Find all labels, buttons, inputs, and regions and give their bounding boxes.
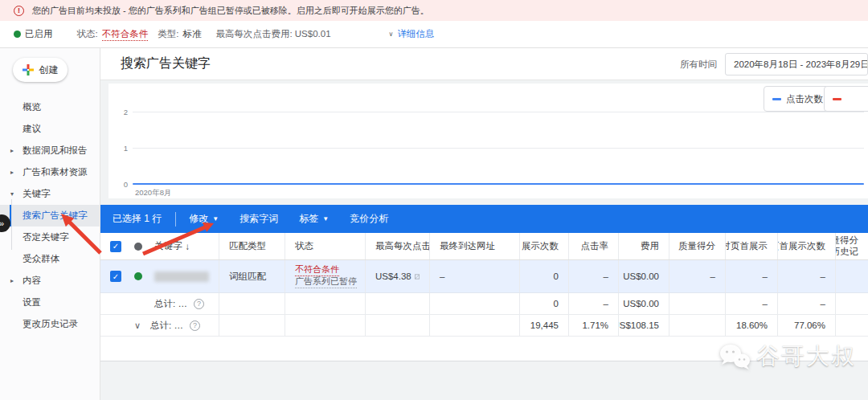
sort-desc-icon: ↓ — [186, 242, 190, 251]
expand-totals-chevron-icon[interactable]: ∨ — [134, 320, 141, 331]
sidebar-item-recommendations[interactable]: 建议 — [0, 118, 100, 140]
sidebar-item-negative-keywords[interactable]: 否定关键字 — [0, 227, 100, 248]
y-axis-tick: 0 — [108, 180, 128, 189]
cell-max-cpc[interactable]: US$4.38 — [366, 260, 430, 292]
cell-final-url: – — [430, 260, 520, 292]
cell-abs-top-impr: – — [726, 260, 778, 292]
watermark: 谷哥大叔 — [718, 341, 856, 373]
chevron-down-icon: ▼ — [322, 215, 329, 222]
cell-keyword: ✓ — [100, 260, 219, 292]
total-label-cell: ∨ 总计: … ? — [100, 315, 219, 336]
enabled-dot-icon — [134, 272, 142, 280]
status-field: 状态: 不符合条件 — [77, 28, 149, 41]
sidebar-item-ads-assets[interactable]: ▸ 广告和素材资源 — [0, 161, 100, 183]
row-checkbox[interactable]: ✓ — [110, 271, 121, 282]
sidebar-item-change-history[interactable]: 更改历史记录 — [0, 313, 100, 335]
status-dot-icon — [134, 243, 142, 251]
metric-selector-second[interactable] — [824, 86, 868, 112]
total-abs-top-impr: – — [726, 293, 778, 314]
details-label: 详细信息 — [397, 28, 434, 40]
warning-text: 您的广告目前均未投放 - 您的广告系列和广告组已暂停或已被移除。启用之后即可开始… — [32, 5, 429, 17]
total-ctr: 1.71% — [569, 315, 619, 336]
header-cost[interactable]: 费用 — [619, 233, 669, 259]
header-quality-score[interactable]: 质量得分 — [669, 233, 726, 259]
type-value: 标准 — [182, 28, 201, 40]
sidebar-item-insights-reports[interactable]: ▸ 数据洞见和报告 — [0, 140, 100, 161]
cell-status: 不符合条件 广告系列已暂停 — [285, 260, 366, 292]
details-link[interactable]: ∨ 详细信息 — [389, 28, 435, 40]
sidebar-item-overview[interactable]: 概览 — [0, 96, 100, 118]
header-top-impr[interactable]: 页首展示次数 — [778, 233, 836, 259]
max-cpc-value: 最高每次点击费用: US$0.01 — [215, 28, 330, 40]
total-cost: US$0.00 — [619, 293, 669, 314]
cell-quality-score: – — [669, 260, 726, 292]
search-terms-button[interactable]: 搜索字词 — [240, 212, 278, 226]
sidebar-item-audiences[interactable]: 受众群体 — [0, 248, 100, 270]
help-icon[interactable]: ? — [194, 299, 204, 309]
total-impressions: 0 — [520, 293, 569, 314]
sidebar-item-search-keywords[interactable]: 搜索广告关键字 — [0, 205, 100, 227]
chevron-down-icon: ∨ — [389, 31, 394, 38]
chevron-right-icon: ▸ — [10, 277, 14, 284]
total-top-impr: – — [778, 293, 836, 314]
warning-icon: ! — [14, 6, 24, 16]
max-cpc-field: 最高每次点击费用: US$0.01 — [215, 28, 330, 40]
header-qs-history[interactable]: 质量得分 (历史记 — [836, 233, 868, 259]
sidebar-item-content[interactable]: ▸ 内容 — [0, 270, 100, 292]
redacted-keyword — [154, 271, 209, 282]
chevron-right-icon: ▸ — [10, 147, 14, 154]
series-color-swatch — [772, 98, 781, 100]
selection-toolbar: 已选择 1 行 修改 ▼ 搜索字词 标签 ▼ 竞价分析 — [100, 205, 868, 233]
auction-insights-button[interactable]: 竞价分析 — [350, 212, 388, 226]
keyword-row-selected[interactable]: ✓ 词组匹配 不符合条件 广告系列已暂停 US$4.38 – — [100, 260, 868, 293]
labels-menu-button[interactable]: 标签 ▼ — [299, 212, 329, 226]
cell-match-type: 词组匹配 — [219, 260, 285, 292]
cell-cost: US$0.00 — [619, 260, 669, 292]
keyword-column-header[interactable]: 关键字 ↓ — [154, 240, 190, 252]
entity-status-bar: 已启用 状态: 不符合条件 类型: 标准 最高每次点击费用: US$0.01 ∨… — [0, 21, 868, 48]
cell-impressions: 0 — [520, 260, 569, 292]
total-label-cell: 总计: … ? — [100, 293, 219, 314]
total-abs-top-impr: 18.60% — [726, 315, 778, 336]
toolbar-divider — [175, 212, 176, 227]
total-ctr: – — [569, 293, 619, 314]
page-title: 搜索广告关键字 — [121, 55, 211, 72]
cell-ctr: – — [569, 260, 619, 292]
header-keyword: ✓ 关键字 ↓ — [100, 233, 219, 259]
create-button[interactable]: 创建 — [13, 58, 68, 82]
header-match-type[interactable]: 匹配类型 — [219, 233, 285, 259]
total-impressions: 19,445 — [520, 315, 569, 336]
edit-menu-button[interactable]: 修改 ▼ — [189, 212, 219, 226]
header-status[interactable]: 状态 — [285, 233, 366, 259]
sidebar-item-keywords[interactable]: ▾ 关键字 — [0, 183, 100, 205]
sidebar-item-settings[interactable]: 设置 — [0, 292, 100, 313]
cell-top-impr: – — [778, 260, 836, 292]
header-abs-top-impr[interactable]: 绝对页首展示 — [726, 233, 778, 259]
enabled-label: 已启用 — [25, 28, 53, 40]
enabled-status: 已启用 — [14, 28, 53, 40]
select-all-checkbox[interactable]: ✓ — [110, 241, 121, 252]
series-color-swatch — [833, 98, 841, 100]
wechat-icon — [718, 342, 751, 371]
date-range-picker[interactable]: 2020年8月18日 - 2023年8月29日 — [725, 53, 868, 76]
enabled-dot-icon — [14, 31, 21, 38]
header-ctr[interactable]: 点击率 — [569, 233, 619, 259]
time-scope-label: 所有时间 — [680, 59, 717, 71]
create-label: 创建 — [39, 63, 59, 77]
status-value[interactable]: 不符合条件 — [102, 28, 149, 41]
y-axis-tick: 1 — [108, 144, 128, 153]
total-quality-score — [669, 293, 726, 314]
watermark-text: 谷哥大叔 — [756, 341, 856, 373]
sidebar-nav: 概览 建议 ▸ 数据洞见和报告 ▸ 广告和素材资源 ▾ 关键字 搜索广告关键字 … — [0, 96, 100, 335]
status-label: 状态: — [77, 28, 98, 40]
gridline — [133, 112, 864, 112]
header-max-cpc[interactable]: 最高每次点击费 — [366, 233, 430, 259]
header-impressions[interactable]: 展示次数 — [520, 233, 569, 259]
header-final-url[interactable]: 最终到达网址 — [430, 233, 520, 259]
x-axis-tick: 2020年8月 — [135, 188, 171, 198]
total-row-filtered: 总计: … ? 0 – US$0.00 – – — [100, 293, 868, 315]
selection-count: 已选择 1 行 — [113, 212, 162, 226]
help-icon[interactable]: ? — [190, 320, 200, 331]
chevron-down-icon: ▼ — [212, 215, 219, 222]
chevron-down-icon: ▾ — [10, 190, 14, 198]
